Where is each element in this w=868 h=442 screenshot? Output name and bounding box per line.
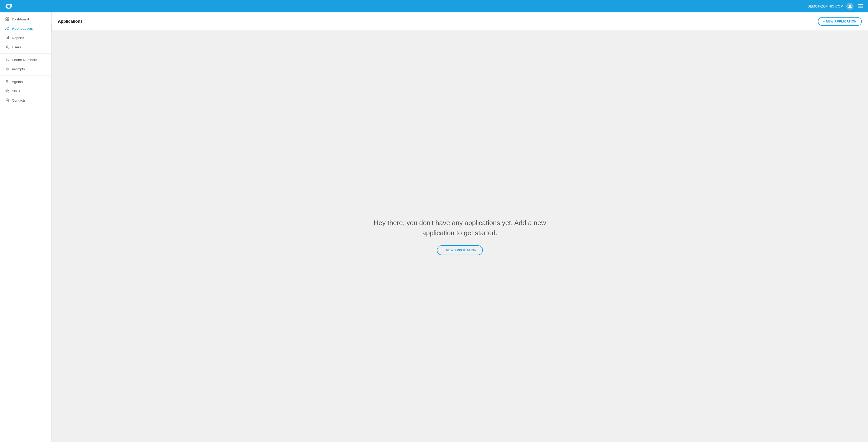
content-area: Applications + NEW APPLICATION Hey there…	[52, 12, 868, 442]
sidebar-item-reports-label: Reports	[12, 36, 24, 40]
logo-icon	[4, 2, 13, 11]
phone-icon	[5, 58, 9, 62]
grid-icon	[5, 17, 9, 21]
user-email: DEMO@ZOMNIO.COM	[808, 4, 843, 8]
sidebar-item-agents[interactable]: Agents	[0, 77, 52, 86]
svg-rect-1	[6, 18, 7, 19]
logo-area	[4, 2, 13, 11]
svg-rect-3	[6, 20, 7, 21]
sidebar-item-skills-label: Skills	[12, 89, 20, 93]
people-icon	[5, 26, 9, 30]
skills-icon	[5, 89, 9, 93]
svg-rect-8	[7, 37, 8, 39]
sidebar-item-users-label: Users	[12, 45, 21, 49]
sidebar-divider-2	[0, 75, 52, 76]
user-avatar[interactable]	[846, 3, 854, 10]
sidebar-item-agents-label: Agents	[12, 80, 23, 84]
sidebar-item-applications-label: Applications	[12, 27, 33, 30]
empty-state-message: Hey there, you don't have any applicatio…	[369, 218, 550, 238]
sidebar-item-dashboard-label: Dashboard	[12, 17, 29, 21]
sidebar: Dashboard Applications	[0, 12, 52, 442]
sidebar-item-phone-numbers[interactable]: Phone Numbers	[0, 55, 52, 64]
header-right: DEMO@ZOMNIO.COM	[808, 3, 864, 10]
sidebar-item-phone-numbers-label: Phone Numbers	[12, 58, 37, 62]
svg-point-0	[849, 5, 851, 6]
svg-rect-7	[6, 38, 6, 39]
sidebar-item-applications[interactable]: Applications	[0, 24, 52, 33]
svg-rect-4	[7, 20, 9, 21]
new-application-button-center[interactable]: + NEW APPLICATION	[437, 245, 483, 255]
top-header: DEMO@ZOMNIO.COM	[0, 0, 868, 12]
svg-point-13	[7, 81, 7, 82]
sidebar-item-dashboard[interactable]: Dashboard	[0, 14, 52, 24]
contacts-icon	[5, 98, 9, 102]
svg-point-6	[7, 27, 8, 28]
svg-point-5	[6, 27, 7, 28]
speaker-icon	[5, 67, 9, 71]
sidebar-item-users[interactable]: Users	[0, 42, 52, 52]
main-layout: Dashboard Applications	[0, 12, 868, 442]
page-title: Applications	[58, 19, 83, 24]
sidebar-item-contacts[interactable]: Contacts	[0, 96, 52, 105]
user-icon	[5, 45, 9, 49]
bar-chart-icon	[5, 36, 9, 40]
svg-point-10	[6, 46, 8, 47]
hamburger-menu-icon[interactable]	[857, 3, 864, 9]
sidebar-item-reports[interactable]: Reports	[0, 33, 52, 42]
svg-rect-9	[8, 36, 9, 39]
new-application-button-header[interactable]: + NEW APPLICATION	[818, 17, 862, 26]
main-content: Hey there, you don't have any applicatio…	[52, 31, 868, 442]
sidebar-item-skills[interactable]: Skills	[0, 86, 52, 96]
sidebar-item-contacts-label: Contacts	[12, 98, 26, 102]
svg-marker-11	[6, 68, 8, 70]
sidebar-divider-1	[0, 53, 52, 54]
svg-rect-2	[7, 18, 9, 19]
page-header: Applications + NEW APPLICATION	[52, 12, 868, 31]
sidebar-item-prompts[interactable]: Prompts	[0, 64, 52, 74]
agent-icon	[5, 80, 9, 84]
sidebar-item-prompts-label: Prompts	[12, 67, 25, 71]
